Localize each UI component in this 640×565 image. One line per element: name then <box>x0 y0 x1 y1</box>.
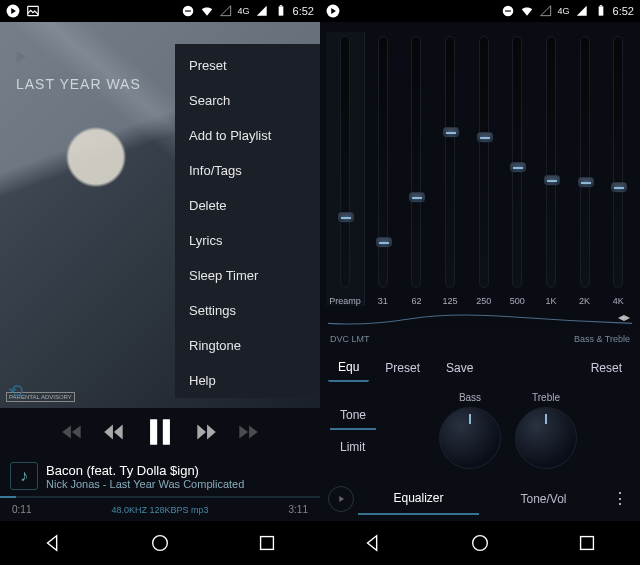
eq-band-label: 31 <box>378 296 388 306</box>
dvc-label: DVC LMT <box>330 334 370 344</box>
back-icon[interactable] <box>42 532 64 554</box>
svg-rect-3 <box>185 10 191 11</box>
mini-play-button[interactable] <box>328 486 354 512</box>
album-overlay-text: LAST YEAR WAS <box>16 76 141 92</box>
dnd-icon <box>181 4 195 18</box>
eq-slider-31[interactable] <box>378 36 388 288</box>
curve-reset-icon[interactable]: ◂▸ <box>618 310 630 324</box>
tab-equalizer[interactable]: Equalizer <box>358 483 479 515</box>
bottom-tabs: Equalizer Tone/Vol ⋮ <box>320 477 640 521</box>
pause-button[interactable] <box>143 415 177 449</box>
tone-button[interactable]: Tone <box>330 402 376 430</box>
recents-icon[interactable] <box>256 532 278 554</box>
progress-bar[interactable] <box>0 496 320 498</box>
svg-rect-14 <box>599 5 601 6</box>
forward-icon[interactable] <box>193 419 219 445</box>
recents-icon[interactable] <box>576 532 598 554</box>
tab-tone-vol[interactable]: Tone/Vol <box>483 484 604 514</box>
track-info-row[interactable]: ♪ Bacon (feat. Ty Dolla $ign) Nick Jonas… <box>0 456 320 496</box>
save-button[interactable]: Save <box>436 355 483 381</box>
eq-band-label: 125 <box>443 296 458 306</box>
next-track-icon[interactable] <box>235 419 261 445</box>
play-indicator-icon <box>6 4 20 18</box>
eq-slider-250[interactable] <box>479 36 489 288</box>
svg-rect-6 <box>150 419 157 445</box>
play-indicator-icon <box>326 4 340 18</box>
svg-point-15 <box>473 536 488 551</box>
slider-thumb[interactable] <box>443 127 459 137</box>
eq-slider-preamp[interactable] <box>340 36 350 288</box>
shuffle-icon[interactable]: ⟲ <box>8 380 23 402</box>
signal-icon <box>575 4 589 18</box>
slider-thumb[interactable] <box>376 237 392 247</box>
battery-icon <box>274 4 288 18</box>
overflow-menu: Preset Search Add to Playlist Info/Tags … <box>175 44 320 398</box>
eq-slider-500[interactable] <box>512 36 522 288</box>
menu-item-search[interactable]: Search <box>175 83 320 118</box>
menu-item-sleep-timer[interactable]: Sleep Timer <box>175 258 320 293</box>
equalizer-screen: 4G 6:52 Preamp31621252505001K2K4K ◂▸ DVC… <box>320 0 640 565</box>
player-screen: 4G 6:52 LAST YEAR WAS PARENTAL ADVISORY … <box>0 0 320 565</box>
menu-item-lyrics[interactable]: Lyrics <box>175 223 320 258</box>
eq-band-2k: 2K <box>569 32 601 306</box>
menu-item-add-playlist[interactable]: Add to Playlist <box>175 118 320 153</box>
time-current: 0:11 <box>12 504 31 515</box>
eq-band-label: 2K <box>579 296 590 306</box>
menu-item-preset[interactable]: Preset <box>175 44 320 83</box>
equ-button[interactable]: Equ <box>328 354 369 382</box>
android-nav-bar <box>320 521 640 565</box>
eq-slider-62[interactable] <box>411 36 421 288</box>
slider-thumb[interactable] <box>611 182 627 192</box>
treble-knob[interactable] <box>515 407 577 469</box>
svg-rect-9 <box>260 537 273 550</box>
slider-thumb[interactable] <box>477 132 493 142</box>
svg-rect-13 <box>598 6 603 15</box>
slider-thumb[interactable] <box>578 177 594 187</box>
album-art-area[interactable]: LAST YEAR WAS PARENTAL ADVISORY ⟲ Preset… <box>0 22 320 408</box>
clock: 6:52 <box>613 5 634 17</box>
svg-point-8 <box>153 536 168 551</box>
playback-controls <box>0 408 320 456</box>
eq-slider-1k[interactable] <box>546 36 556 288</box>
slider-thumb[interactable] <box>338 212 354 222</box>
reset-button[interactable]: Reset <box>581 355 632 381</box>
eq-band-label: 250 <box>476 296 491 306</box>
eq-band-label: 500 <box>510 296 525 306</box>
eq-band-62: 62 <box>401 32 433 306</box>
eq-band-125: 125 <box>434 32 466 306</box>
prev-track-icon[interactable] <box>59 419 85 445</box>
status-bar: 4G 6:52 <box>320 0 640 22</box>
menu-item-ringtone[interactable]: Ringtone <box>175 328 320 363</box>
track-art-icon: ♪ <box>10 462 38 490</box>
audio-info: 48.0KHZ 128KBPS mp3 <box>31 505 288 515</box>
menu-item-info-tags[interactable]: Info/Tags <box>175 153 320 188</box>
battery-icon <box>594 4 608 18</box>
bass-knob-label: Bass <box>459 392 481 403</box>
mini-play-icon[interactable] <box>10 47 30 67</box>
slider-thumb[interactable] <box>510 162 526 172</box>
android-nav-bar <box>0 521 320 565</box>
slider-thumb[interactable] <box>409 192 425 202</box>
home-icon[interactable] <box>469 532 491 554</box>
menu-item-delete[interactable]: Delete <box>175 188 320 223</box>
status-bar: 4G 6:52 <box>0 0 320 22</box>
menu-item-help[interactable]: Help <box>175 363 320 398</box>
eq-slider-125[interactable] <box>445 36 455 288</box>
more-icon[interactable]: ⋮ <box>608 491 632 507</box>
slider-thumb[interactable] <box>544 175 560 185</box>
bass-knob[interactable] <box>439 407 501 469</box>
eq-slider-4k[interactable] <box>613 36 623 288</box>
preset-button[interactable]: Preset <box>375 355 430 381</box>
frequency-curve: ◂▸ <box>320 308 640 330</box>
rewind-icon[interactable] <box>101 419 127 445</box>
svg-rect-16 <box>580 537 593 550</box>
eq-band-label: 1K <box>545 296 556 306</box>
eq-band-label: 4K <box>613 296 624 306</box>
menu-item-settings[interactable]: Settings <box>175 293 320 328</box>
home-icon[interactable] <box>149 532 171 554</box>
eq-button-row: Equ Preset Save Reset <box>320 348 640 388</box>
eq-slider-2k[interactable] <box>580 36 590 288</box>
back-icon[interactable] <box>362 532 384 554</box>
limit-button[interactable]: Limit <box>330 434 376 460</box>
signal-icon <box>255 4 269 18</box>
